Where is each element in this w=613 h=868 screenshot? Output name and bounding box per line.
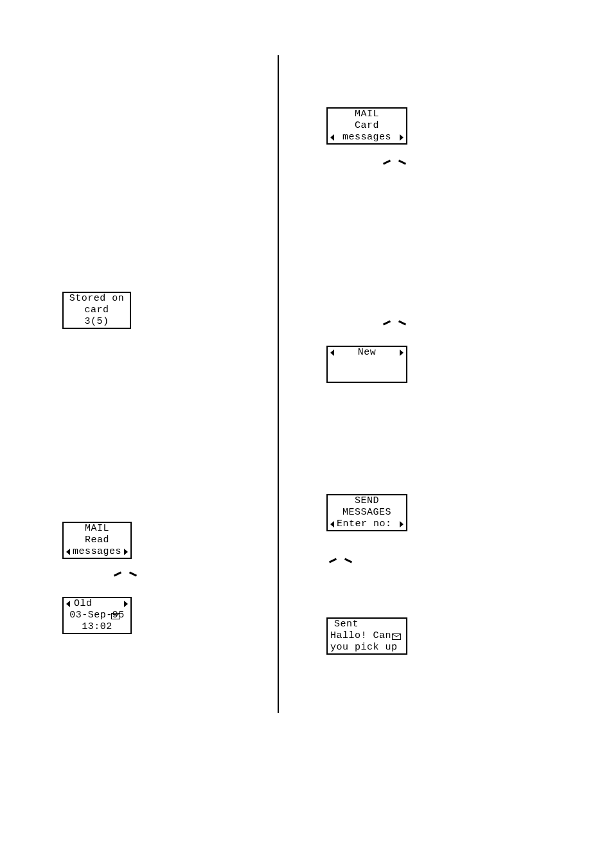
label: MAIL (355, 109, 379, 120)
label: Enter no: (337, 518, 392, 530)
text-line: Sent (330, 619, 404, 630)
arrow-icon (112, 569, 123, 578)
arrow-icon (397, 157, 407, 166)
text-line: 03-Sep-95 (66, 610, 128, 621)
text-line: 3(5) (66, 316, 127, 328)
label: you pick up (330, 642, 398, 653)
label: MESSAGES (342, 507, 391, 518)
text-line: messages (330, 132, 404, 143)
screen-old-message: Old 03-Sep-95 13:02 (62, 597, 132, 634)
nav-arrows (112, 569, 138, 578)
label: Card (355, 120, 379, 132)
text-line: SEND (330, 495, 404, 507)
label: Read (85, 535, 109, 546)
screen-mail-card: MAIL Card messages (326, 107, 407, 145)
text-line: you pick up (330, 642, 404, 653)
label: messages (342, 132, 391, 143)
label: card (84, 305, 109, 316)
left-arrow-icon (330, 521, 334, 527)
right-arrow-icon (124, 601, 128, 607)
text-line: New (330, 347, 404, 359)
arrow-icon (382, 157, 392, 166)
screen-stored-on-card: Stored on card 3(5) (62, 292, 131, 329)
screen-mail-read: MAIL Read messages (62, 522, 132, 559)
arrow-icon (128, 569, 138, 578)
arrow-icon (343, 556, 353, 565)
nav-arrows (328, 556, 353, 565)
text-line: Old (66, 598, 128, 610)
text-line: Enter no: (330, 518, 404, 530)
text-line: MESSAGES (330, 507, 404, 518)
label: messages (73, 546, 121, 558)
label: 3(5) (84, 316, 109, 328)
nav-arrows (382, 157, 407, 166)
label: 03-Sep-95 (69, 610, 125, 621)
right-arrow-icon (400, 350, 404, 356)
label: 13:02 (82, 621, 112, 633)
label: New (358, 347, 377, 359)
screen-sent-message: Sent Hallo! Can you pick up (326, 617, 407, 655)
text-line: Card (330, 120, 404, 132)
text-line: Read (66, 535, 128, 546)
left-arrow-icon (330, 134, 334, 141)
text-line: messages (66, 546, 128, 558)
arrow-icon (328, 556, 338, 565)
label: MAIL (85, 523, 109, 535)
right-arrow-icon (124, 549, 128, 555)
text-line: card (66, 305, 127, 316)
right-arrow-icon (400, 134, 404, 141)
arrow-icon (397, 318, 407, 327)
label: SEND (355, 495, 379, 507)
label: Hallo! Can (330, 630, 391, 642)
nav-arrows (382, 318, 407, 327)
left-arrow-icon (330, 350, 334, 356)
right-arrow-icon (400, 521, 404, 527)
text-line: MAIL (330, 109, 404, 120)
vertical-divider (278, 55, 279, 713)
text-line: MAIL (66, 523, 128, 535)
label: Stored on (69, 293, 125, 305)
screen-send-messages: SEND MESSAGES Enter no: (326, 494, 407, 531)
text-line: 13:02 (66, 621, 128, 633)
screen-new: New (326, 346, 407, 383)
left-arrow-icon (66, 549, 70, 555)
text-line: Hallo! Can (330, 630, 404, 642)
arrow-icon (382, 318, 392, 327)
text-line: Stored on (66, 293, 127, 305)
page: Stored on card 3(5) MAIL Read messages O… (0, 0, 613, 868)
